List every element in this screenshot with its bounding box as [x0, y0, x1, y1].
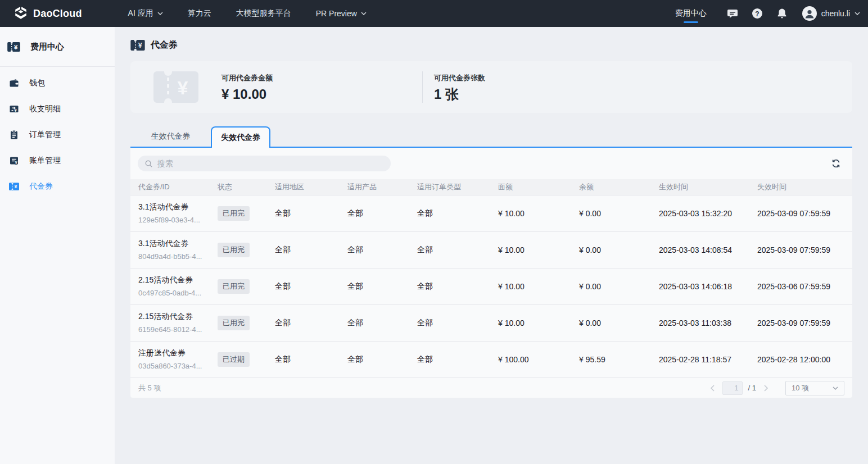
message-icon[interactable]	[727, 8, 738, 19]
sidebar-nav: 钱包 ¥ 收支明细 订单管理 ¥	[0, 67, 115, 199]
chevron-down-icon	[833, 386, 838, 390]
available-count-label: 可用代金券张数	[434, 73, 485, 83]
table-row[interactable]: 注册送代金券 03d5a860-373a-4... 已过期 全部 全部 全部 ¥…	[130, 341, 852, 377]
search-input[interactable]	[157, 159, 384, 168]
voucher-name: 3.1活动代金券	[138, 202, 218, 212]
balance-cell: ¥ 95.59	[579, 341, 659, 377]
nav-ai-apps[interactable]: AI 应用	[128, 0, 163, 27]
voucher-id: 804d9a4d-b5b5-4...	[138, 252, 218, 261]
col-balance: 余额	[579, 179, 659, 195]
face-value-cell: ¥ 10.00	[498, 304, 579, 341]
user-icon	[802, 6, 817, 21]
status-badge: 已用完	[218, 279, 250, 294]
active-module-underline	[684, 21, 698, 23]
balance-cell: ¥ 0.00	[579, 231, 659, 268]
chevron-down-icon	[157, 12, 163, 15]
voucher-table-body: 3.1活动代金券 129e5f89-03e3-4... 已用完 全部 全部 全部…	[130, 195, 852, 377]
page-size-select[interactable]: 10 项	[785, 381, 844, 395]
nav-llm-platform[interactable]: 大模型服务平台	[236, 0, 291, 27]
nav-label: 大模型服务平台	[236, 8, 291, 19]
page-size-label: 10 项	[792, 383, 809, 393]
face-value-cell: ¥ 10.00	[498, 231, 579, 268]
search-box[interactable]	[138, 156, 391, 171]
page-number-input[interactable]	[722, 381, 743, 395]
chevron-down-icon	[361, 12, 367, 15]
help-icon[interactable]: ?	[752, 8, 763, 19]
sidebar-item-bills[interactable]: ¥ 账单管理	[0, 148, 115, 174]
status-badge: 已用完	[218, 316, 250, 330]
effective-time-cell: 2025-03-03 14:08:54	[659, 231, 757, 268]
voucher-summary-card: ¥ 可用代金券金额 ¥ 10.00 可用代金券张数 1 张	[130, 61, 852, 113]
voucher-large-icon: ¥	[153, 71, 198, 103]
sidebar-item-orders[interactable]: 订单管理	[0, 122, 115, 148]
prev-page-icon[interactable]	[709, 384, 717, 392]
sidebar-item-wallet[interactable]: 钱包	[0, 70, 115, 96]
nav-compute-cloud[interactable]: 算力云	[188, 0, 211, 27]
order-type-cell: 全部	[417, 341, 498, 377]
region-cell: 全部	[275, 268, 347, 304]
svg-text:¥: ¥	[178, 77, 188, 98]
face-value-cell: ¥ 10.00	[498, 195, 579, 231]
svg-text:¥: ¥	[15, 161, 17, 165]
tab-label: 生效代金券	[151, 131, 191, 142]
tab-expired-vouchers[interactable]: 失效代金券	[211, 126, 270, 148]
daocloud-brand[interactable]: DaoCloud	[13, 6, 82, 21]
col-face-value: 面额	[498, 179, 579, 195]
balance-cell: ¥ 0.00	[579, 268, 659, 304]
col-order-type: 适用订单类型	[417, 179, 498, 195]
nav-label: 算力云	[188, 8, 211, 19]
total-count: 共 5 项	[138, 383, 161, 393]
search-icon	[144, 160, 153, 168]
voucher-name: 3.1活动代金券	[138, 239, 218, 249]
total-pages: / 1	[748, 384, 756, 392]
bell-icon[interactable]	[776, 8, 788, 19]
stat-divider	[422, 71, 423, 103]
region-cell: 全部	[275, 341, 347, 377]
next-page-icon[interactable]	[762, 384, 770, 392]
col-region: 适用地区	[275, 179, 347, 195]
svg-text:¥: ¥	[14, 184, 17, 189]
balance-cell: ¥ 0.00	[579, 195, 659, 231]
voucher-name: 2.15活动代金券	[138, 275, 218, 285]
svg-text:¥: ¥	[138, 42, 142, 49]
nav-pr-preview[interactable]: PR Preview	[316, 0, 367, 27]
table-row[interactable]: 3.1活动代金券 129e5f89-03e3-4... 已用完 全部 全部 全部…	[130, 195, 852, 231]
available-count-stat: 可用代金券张数 1 张	[434, 73, 485, 102]
tab-active-vouchers[interactable]: 生效代金券	[130, 126, 211, 147]
order-type-cell: 全部	[417, 268, 498, 304]
status-badge: 已过期	[218, 352, 250, 367]
wallet-icon	[9, 78, 19, 88]
chevron-down-icon	[855, 12, 860, 15]
balance-cell: ¥ 0.00	[579, 304, 659, 341]
table-row[interactable]: 3.1活动代金券 804d9a4d-b5b5-4... 已用完 全部 全部 全部…	[130, 231, 852, 268]
orders-icon	[9, 130, 19, 140]
table-row[interactable]: 2.15活动代金券 0c497c85-0adb-4... 已用完 全部 全部 全…	[130, 268, 852, 304]
table-header: 代金券/ID 状态 适用地区 适用产品 适用订单类型 面额 余额 生效时间 失效…	[130, 179, 852, 195]
product-cell: 全部	[347, 195, 417, 231]
sidebar: ¥ 费用中心 钱包 ¥ 收支明细	[0, 27, 115, 464]
sidebar-item-label: 代金券	[29, 181, 53, 192]
refresh-icon[interactable]	[831, 158, 841, 169]
region-cell: 全部	[275, 304, 347, 341]
col-product: 适用产品	[347, 179, 417, 195]
table-row[interactable]: 2.15活动代金券 6159e645-8012-4... 已用完 全部 全部 全…	[130, 304, 852, 341]
product-cell: 全部	[347, 231, 417, 268]
sidebar-item-vouchers[interactable]: ¥ 代金券	[0, 174, 115, 199]
voucher-name: 2.15活动代金券	[138, 312, 218, 322]
topbar: DaoCloud AI 应用 算力云 大模型服务平台 PR Preview 费用…	[0, 0, 868, 27]
user-menu[interactable]: chenlu.li	[802, 6, 860, 21]
expiry-time-cell: 2025-03-09 07:59:59	[757, 195, 852, 231]
sidebar-item-label: 钱包	[29, 78, 45, 88]
available-amount-label: 可用代金券金额	[221, 73, 422, 83]
nav-billing-center[interactable]: 费用中心	[675, 0, 707, 27]
table-footer: 共 5 项 / 1 10 项	[130, 377, 852, 398]
product-cell: 全部	[347, 268, 417, 304]
expiry-time-cell: 2025-03-09 07:59:59	[757, 231, 852, 268]
voucher-id: 6159e645-8012-4...	[138, 325, 218, 334]
page-header: ¥ 代金券	[130, 39, 852, 51]
sidebar-item-transactions[interactable]: ¥ 收支明细	[0, 96, 115, 122]
expiry-time-cell: 2025-03-09 07:59:59	[757, 304, 852, 341]
sidebar-title-label: 费用中心	[30, 42, 64, 52]
face-value-cell: ¥ 10.00	[498, 268, 579, 304]
avatar	[802, 6, 817, 21]
